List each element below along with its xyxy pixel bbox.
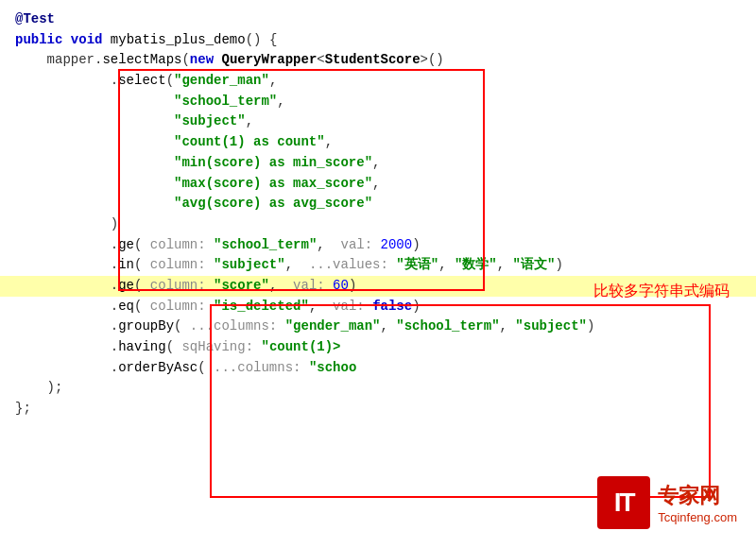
code-line-4: .select("gender_man", (15, 71, 741, 92)
code-line-7: "count(1) as count", (15, 132, 741, 153)
code-line-2: public void mybatis_plus_demo() { (15, 30, 741, 51)
code-line-3: mapper.selectMaps(new QueryWrapper<Stude… (15, 50, 741, 71)
annotation-text: 比较多字符串式编码 (593, 282, 730, 301)
code-line-17: .having( sqHaving: "count(1)> (15, 337, 741, 358)
code-line-11: ) (15, 214, 741, 235)
watermark-text-block: 专家网 Tcqinfeng.com (658, 482, 737, 524)
site-url: Tcqinfeng.com (658, 510, 737, 524)
code-line-13: .in( column: "subject", ...values: "英语",… (15, 255, 741, 276)
code-area: @Test public void mybatis_plus_demo() { … (0, 0, 756, 429)
code-line-18: .orderByAsc( ...columns: "schoo (15, 358, 741, 379)
code-line-8: "min(score) as min_score", (15, 153, 741, 174)
code-line-1: @Test (15, 9, 741, 30)
code-line-12: .ge( column: "school_term", val: 2000) (15, 235, 741, 256)
watermark: IT 专家网 Tcqinfeng.com (597, 476, 737, 529)
code-line-6: "subject", (15, 111, 741, 132)
code-line-5: "school_term", (15, 92, 741, 112)
code-line-10: "avg(score) as avg_score" (15, 194, 741, 214)
site-name: 专家网 (658, 482, 737, 510)
logo-box: IT (597, 476, 650, 529)
code-line-16: .groupBy( ...columns: "gender_man", "sch… (15, 317, 741, 337)
code-line-19: ); (15, 378, 741, 399)
code-line-9: "max(score) as max_score", (15, 174, 741, 195)
logo-text: IT (614, 488, 634, 518)
code-line-20: }; (15, 399, 741, 420)
